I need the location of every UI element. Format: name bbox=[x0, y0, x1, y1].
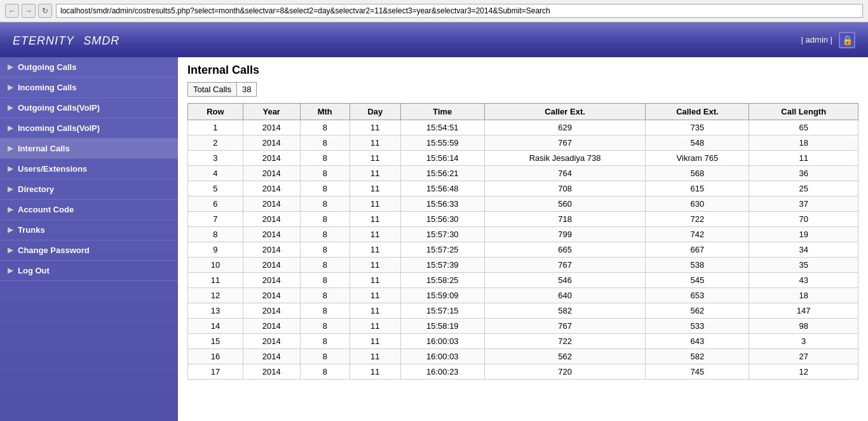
arrow-icon: ▶ bbox=[8, 63, 13, 71]
table-cell: 65 bbox=[749, 120, 858, 135]
table-cell: 16:00:23 bbox=[400, 364, 484, 380]
sidebar-item-log-out[interactable]: ▶ Log Out bbox=[0, 261, 178, 281]
table-cell: 15:57:25 bbox=[400, 242, 484, 258]
table-cell: 8 bbox=[300, 197, 349, 212]
table-cell: 11 bbox=[349, 227, 400, 242]
sidebar: ▶ Outgoing Calls ▶ Incoming Calls ▶ Outg… bbox=[0, 57, 178, 421]
table-cell: 735 bbox=[646, 120, 749, 135]
table-row: 7201481115:56:3071872270 bbox=[188, 212, 858, 227]
table-cell: 15:54:51 bbox=[400, 120, 484, 135]
sidebar-item-account-code[interactable]: ▶ Account Code bbox=[0, 200, 178, 220]
table-cell: 708 bbox=[484, 181, 645, 197]
table-cell: 27 bbox=[749, 349, 858, 364]
table-cell: 36 bbox=[749, 166, 858, 181]
table-cell: 15:57:39 bbox=[400, 258, 484, 273]
sidebar-item-label: Directory bbox=[18, 184, 54, 194]
table-cell: Vikram 765 bbox=[646, 151, 749, 166]
table-cell: 11 bbox=[349, 334, 400, 349]
sidebar-item-label: Log Out bbox=[18, 266, 50, 275]
table-cell: 43 bbox=[749, 273, 858, 288]
layout: ▶ Outgoing Calls ▶ Incoming Calls ▶ Outg… bbox=[0, 57, 868, 421]
table-row: 3201481115:56:14Rasik Jesadiya 738Vikram… bbox=[188, 151, 858, 166]
table-cell: 8 bbox=[300, 151, 349, 166]
table-row: 16201481116:00:0356258227 bbox=[188, 349, 858, 364]
table-cell: 562 bbox=[484, 349, 645, 364]
sidebar-item-users-extensions[interactable]: ▶ Users/Extensions bbox=[0, 159, 178, 179]
sidebar-item-incoming-calls[interactable]: ▶ Incoming Calls bbox=[0, 78, 178, 98]
table-cell: 15:56:21 bbox=[400, 166, 484, 181]
address-bar[interactable] bbox=[56, 4, 863, 18]
table-cell: 19 bbox=[749, 227, 858, 242]
table-cell: 640 bbox=[484, 288, 645, 303]
table-cell: 8 bbox=[300, 242, 349, 258]
sidebar-item-outgoing-calls[interactable]: ▶ Outgoing Calls bbox=[0, 57, 178, 78]
arrow-icon: ▶ bbox=[8, 104, 13, 112]
arrow-icon: ▶ bbox=[8, 185, 13, 193]
sidebar-item-internal-calls[interactable]: ▶ Internal Calls bbox=[0, 139, 178, 159]
table-cell: 17 bbox=[188, 364, 243, 380]
table-cell: 11 bbox=[349, 273, 400, 288]
app-header: ETERNITY SMDR | admin | 🔒 bbox=[0, 22, 868, 57]
table-cell: 8 bbox=[300, 181, 349, 197]
table-row: 17201481116:00:2372074512 bbox=[188, 364, 858, 380]
table-cell: 8 bbox=[300, 258, 349, 273]
lock-icon: 🔒 bbox=[839, 32, 855, 48]
table-cell: 533 bbox=[646, 319, 749, 334]
table-cell: 14 bbox=[188, 319, 243, 334]
sidebar-item-trunks[interactable]: ▶ Trunks bbox=[0, 220, 178, 240]
sidebar-item-label: Change Password bbox=[18, 245, 90, 255]
table-cell: 8 bbox=[300, 303, 349, 319]
table-cell: 2014 bbox=[243, 181, 300, 197]
table-row: 6201481115:56:3356063037 bbox=[188, 197, 858, 212]
table-cell: 11 bbox=[349, 166, 400, 181]
main-content: Internal Calls Total Calls 38 Row Year M… bbox=[178, 57, 868, 421]
table-cell: 2014 bbox=[243, 288, 300, 303]
table-row: 15201481116:00:037226433 bbox=[188, 334, 858, 349]
table-cell: 718 bbox=[484, 212, 645, 227]
table-cell: 767 bbox=[484, 135, 645, 151]
table-cell: 8 bbox=[300, 288, 349, 303]
table-cell: 2014 bbox=[243, 120, 300, 135]
table-cell: 15:57:15 bbox=[400, 303, 484, 319]
table-cell: 2014 bbox=[243, 212, 300, 227]
table-cell: 10 bbox=[188, 258, 243, 273]
table-cell: 15:56:33 bbox=[400, 197, 484, 212]
table-cell: 582 bbox=[646, 349, 749, 364]
table-row: 4201481115:56:2176456836 bbox=[188, 166, 858, 181]
col-caller-ext: Caller Ext. bbox=[484, 104, 645, 120]
table-cell: 11 bbox=[349, 197, 400, 212]
table-cell: 11 bbox=[349, 303, 400, 319]
table-cell: 568 bbox=[646, 166, 749, 181]
table-cell: 15:55:59 bbox=[400, 135, 484, 151]
back-button[interactable]: ← bbox=[5, 4, 19, 18]
table-cell: 2014 bbox=[243, 334, 300, 349]
sidebar-item-incoming-voip[interactable]: ▶ Incoming Calls(VoIP) bbox=[0, 118, 178, 139]
table-cell: 615 bbox=[646, 181, 749, 197]
sidebar-item-label: Users/Extensions bbox=[18, 164, 87, 174]
table-cell: 560 bbox=[484, 197, 645, 212]
table-cell: 8 bbox=[300, 212, 349, 227]
table-cell: 15 bbox=[188, 334, 243, 349]
table-cell: 2014 bbox=[243, 242, 300, 258]
table-cell: 11 bbox=[349, 181, 400, 197]
table-row: 1201481115:54:5162973565 bbox=[188, 120, 858, 135]
table-cell: 8 bbox=[188, 227, 243, 242]
table-cell: 722 bbox=[646, 212, 749, 227]
table-cell: Rasik Jesadiya 738 bbox=[484, 151, 645, 166]
refresh-button[interactable]: ↻ bbox=[38, 4, 52, 18]
sidebar-item-change-password[interactable]: ▶ Change Password bbox=[0, 240, 178, 261]
table-cell: 2014 bbox=[243, 197, 300, 212]
table-row: 9201481115:57:2566566734 bbox=[188, 242, 858, 258]
table-cell: 665 bbox=[484, 242, 645, 258]
table-row: 13201481115:57:15582562147 bbox=[188, 303, 858, 319]
sidebar-item-outgoing-voip[interactable]: ▶ Outgoing Calls(VoIP) bbox=[0, 98, 178, 118]
sidebar-item-directory[interactable]: ▶ Directory bbox=[0, 179, 178, 200]
title-text: ETERNITY bbox=[13, 34, 74, 47]
col-row: Row bbox=[188, 104, 243, 120]
table-cell: 643 bbox=[646, 334, 749, 349]
arrow-icon: ▶ bbox=[8, 266, 13, 275]
forward-button[interactable]: → bbox=[22, 4, 36, 18]
table-cell: 562 bbox=[646, 303, 749, 319]
table-cell: 15:59:09 bbox=[400, 288, 484, 303]
table-cell: 2014 bbox=[243, 135, 300, 151]
